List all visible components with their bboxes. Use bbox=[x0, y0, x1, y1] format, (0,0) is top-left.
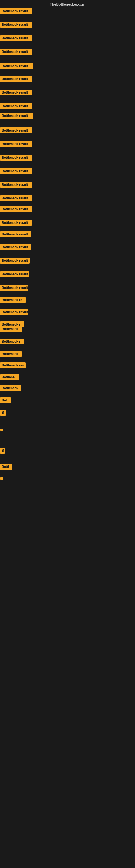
bottleneck-item-10[interactable]: Bottleneck result bbox=[0, 127, 32, 133]
bottleneck-item-35[interactable]: B bbox=[0, 447, 5, 454]
bottleneck-item-14[interactable]: Bottleneck result bbox=[0, 182, 32, 188]
bottleneck-item-37[interactable] bbox=[0, 477, 3, 479]
bottleneck-item-17[interactable]: Bottleneck result bbox=[0, 220, 32, 226]
bottleneck-item-36[interactable]: Bottl bbox=[0, 464, 12, 470]
bottleneck-item-16[interactable]: Bottleneck result bbox=[0, 206, 32, 212]
bottleneck-item-31[interactable]: Bottleneck bbox=[0, 385, 21, 391]
bottleneck-item-20[interactable]: Bottleneck result bbox=[0, 258, 30, 264]
bottleneck-item-15[interactable]: Bottleneck result bbox=[0, 195, 32, 201]
bottleneck-item-28[interactable]: Bottleneck bbox=[0, 351, 21, 357]
bottleneck-item-4[interactable]: Bottleneck result bbox=[0, 49, 32, 55]
site-title: TheBottlenecker.com bbox=[50, 2, 85, 6]
bottleneck-item-29[interactable]: Bottleneck res bbox=[0, 362, 26, 368]
bottleneck-item-13[interactable]: Bottleneck result bbox=[0, 168, 32, 174]
bottleneck-item-3[interactable]: Bottleneck result bbox=[0, 35, 32, 41]
bottleneck-item-11[interactable]: Bottleneck result bbox=[0, 141, 32, 147]
bottleneck-item-33[interactable]: B bbox=[0, 410, 6, 415]
bottleneck-item-5[interactable]: Bottleneck result bbox=[0, 63, 33, 69]
bottleneck-item-24[interactable]: Bottleneck result bbox=[0, 309, 28, 315]
bottleneck-item-30[interactable]: Bottlene bbox=[0, 374, 19, 380]
bottleneck-item-23[interactable]: Bottleneck re bbox=[0, 297, 26, 303]
bottleneck-item-21[interactable]: Bottleneck result bbox=[0, 271, 29, 277]
bottleneck-item-1[interactable]: Bottleneck result bbox=[0, 8, 32, 14]
bottleneck-item-22[interactable]: Bottleneck result bbox=[0, 285, 28, 291]
bottleneck-item-19[interactable]: Bottleneck result bbox=[0, 244, 31, 250]
bottleneck-item-6[interactable]: Bottleneck result bbox=[0, 76, 32, 82]
bottleneck-item-2[interactable]: Bottleneck result bbox=[0, 22, 32, 28]
bottleneck-item-12[interactable]: Bottleneck result bbox=[0, 155, 32, 161]
bottleneck-item-34[interactable] bbox=[0, 429, 3, 431]
bottleneck-item-8[interactable]: Bottleneck result bbox=[0, 103, 32, 109]
bottleneck-item-32[interactable]: Bot bbox=[0, 397, 11, 403]
bottleneck-item-7[interactable]: Bottleneck result bbox=[0, 90, 32, 95]
bottleneck-item-18[interactable]: Bottleneck result bbox=[0, 231, 31, 237]
bottleneck-item-9[interactable]: Bottleneck result bbox=[0, 113, 33, 119]
bottleneck-item-27[interactable]: Bottleneck r bbox=[0, 339, 24, 344]
bottleneck-item-26[interactable]: Bottleneck bbox=[0, 326, 22, 332]
